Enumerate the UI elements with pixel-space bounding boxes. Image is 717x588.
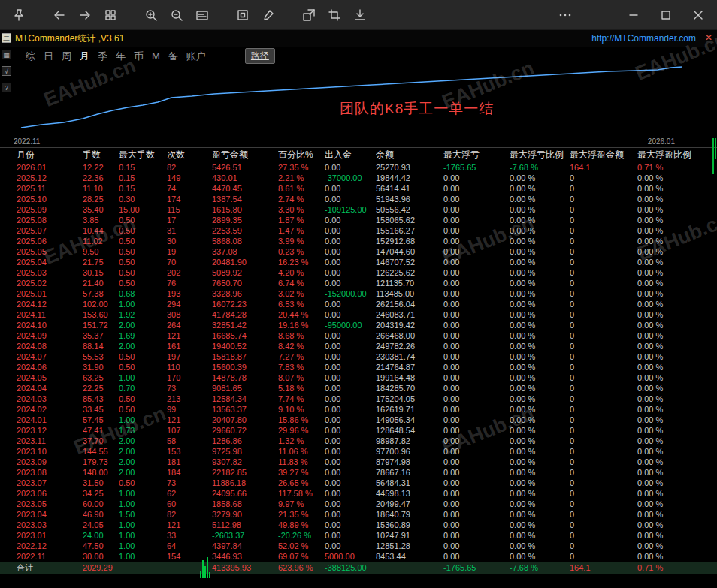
table-cell: 26.65 % xyxy=(278,478,325,488)
table-row[interactable]: 2025.0935.4015.001151615.803.30 %-109125… xyxy=(0,204,717,215)
tab-周[interactable]: 周 xyxy=(62,50,71,63)
frame-icon[interactable] xyxy=(230,4,256,26)
table-cell: 0.15 xyxy=(119,162,167,173)
apps-grid-icon[interactable] xyxy=(98,4,123,26)
more-icon[interactable] xyxy=(552,4,578,26)
table-row[interactable]: 2025.0221.400.50767650.706.74 %0.0012113… xyxy=(0,278,717,288)
table-row[interactable]: 2022.1130.001.001543446.9369.07 %5000.00… xyxy=(0,551,717,562)
table-row[interactable]: 2024.0888.142.0016119400.528.42 %0.00249… xyxy=(0,341,717,351)
tab-日[interactable]: 日 xyxy=(44,50,53,63)
table-row[interactable]: 2022.1247.501.00644397.8452.02 %0.001285… xyxy=(0,541,717,551)
table-row[interactable]: 2023.0560.001.00601858.689.97 %0.0020499… xyxy=(0,499,717,509)
table-cell: 27.35 % xyxy=(278,162,325,173)
pin-icon[interactable] xyxy=(6,4,32,26)
table-row[interactable]: 2025.0330.150.502025089.924.20 %0.001262… xyxy=(0,267,717,278)
column-header[interactable]: 最大浮盈金额 xyxy=(570,149,637,161)
column-header[interactable]: 最大浮盈比例 xyxy=(637,149,717,161)
table-row[interactable]: 2023.0634.251.006224095.66117.58 %0.0044… xyxy=(0,488,717,499)
tab-季[interactable]: 季 xyxy=(98,50,107,63)
tab-年[interactable]: 年 xyxy=(116,50,126,63)
strip-check-icon[interactable]: √ xyxy=(2,66,11,76)
table-row[interactable]: 2025.0157.380.681933328.963.02 %-152000.… xyxy=(0,288,717,299)
column-header[interactable]: 百分比% xyxy=(278,149,325,161)
table-row[interactable]: 2023.0446.901.50823279.9021.35 %0.001864… xyxy=(0,509,717,520)
table-row[interactable]: 2024.0755.530.5019715818.877.27 %0.00230… xyxy=(0,351,717,362)
table-row[interactable]: 2024.12102.001.0029416072.236.53 %0.0026… xyxy=(0,299,717,309)
table-row[interactable]: 2026.0112.220.15825426.5127.35 %0.002527… xyxy=(0,162,717,173)
tab-账户[interactable]: 账户 xyxy=(186,50,206,63)
column-header[interactable]: 手数 xyxy=(83,149,119,161)
edit-icon[interactable] xyxy=(256,4,281,26)
vendor-url-link[interactable]: http://MTCommander.com xyxy=(591,33,717,44)
table-cell: 28.25 xyxy=(83,194,119,204)
table-cell: 2025.03 xyxy=(17,267,83,278)
table-row[interactable]: 2025.059.500.5019337.080.23 %0.00147044.… xyxy=(0,246,717,257)
table-cell: 0.00 xyxy=(443,457,510,467)
table-row[interactable]: 2024.10151.722.0026432851.4219.16 %-9500… xyxy=(0,320,717,330)
window-export-icon[interactable] xyxy=(296,4,322,26)
column-header[interactable]: 盈亏金额 xyxy=(212,149,278,161)
table-cell: 16072.23 xyxy=(212,299,278,309)
table-row[interactable]: 2025.1111.100.15744470.458.61 %0.0056414… xyxy=(0,183,717,194)
table-cell: 2025.09 xyxy=(17,204,83,215)
column-header[interactable]: 次数 xyxy=(167,149,212,161)
column-header[interactable]: 最大浮亏比例 xyxy=(510,149,570,161)
table-cell: 0 xyxy=(570,341,637,351)
table-row[interactable]: 2023.10144.552.001539725.9811.06 %0.0097… xyxy=(0,446,717,457)
table-row[interactable]: 2024.0631.900.5011015600.397.83 %0.00214… xyxy=(0,362,717,372)
table-row[interactable]: 2024.0233.450.509913563.379.10 %0.001626… xyxy=(0,404,717,415)
table-row[interactable]: 2024.0157.451.0012120407.8015.86 %0.0014… xyxy=(0,415,717,425)
zoom-in-icon[interactable] xyxy=(138,4,164,26)
table-row[interactable]: 2025.0421.750.507020481.9016.23 %0.00146… xyxy=(0,257,717,267)
table-row[interactable]: 2023.1137.702.00581286.861.32 %0.0098987… xyxy=(0,436,717,446)
minimize-icon[interactable] xyxy=(621,4,646,26)
table-row[interactable]: 2024.0935.371.6912116685.748.68 %0.00266… xyxy=(0,330,717,341)
forward-icon[interactable] xyxy=(72,4,98,26)
table-row[interactable]: 2023.09179.732.001819307.8211.83 %0.0087… xyxy=(0,457,717,467)
table-row[interactable]: 2024.0385.430.5021312584.347.74 %0.00175… xyxy=(0,394,717,404)
crop-icon[interactable] xyxy=(322,4,347,26)
table-row[interactable]: 2024.11153.601.9230841784.2820.44 %0.002… xyxy=(0,309,717,320)
indicator-close-icon[interactable]: ✕ xyxy=(705,32,712,43)
column-header[interactable]: 最大浮亏 xyxy=(443,149,510,161)
image-card-icon[interactable] xyxy=(189,4,215,26)
table-row[interactable]: 2025.1222.360.15149430.012.21 %-37000.00… xyxy=(0,173,717,183)
table-row[interactable]: 2024.0563.251.0017014878.788.07 %0.00199… xyxy=(0,372,717,383)
table-cell: 0.00 % xyxy=(510,541,570,551)
close-icon[interactable] xyxy=(685,4,711,26)
table-row[interactable]: 2025.1028.250.301741387.542.74 %0.005194… xyxy=(0,194,717,204)
table-cell: 52.02 % xyxy=(278,541,325,551)
path-button[interactable]: 路径 xyxy=(245,48,275,64)
table-row[interactable]: 2023.0731.500.507311886.1826.65 %0.00564… xyxy=(0,478,717,488)
equity-chart[interactable]: 团队的K8手工一单一结 2022.11 2026.01 xyxy=(0,65,717,148)
strip-panel-icon[interactable]: 二 xyxy=(2,33,11,43)
table-row[interactable]: 2025.0710.440.50312253.591.47 %0.0015516… xyxy=(0,225,717,236)
column-header[interactable]: 出入金 xyxy=(325,149,376,161)
column-header[interactable]: 月份 xyxy=(17,149,83,161)
table-row[interactable]: 2023.0124.001.0033-2603.37-20.26 %0.0010… xyxy=(0,530,717,541)
tab-备[interactable]: 备 xyxy=(168,50,178,63)
table-cell: 0.00 % xyxy=(510,520,570,530)
column-header[interactable]: 余额 xyxy=(376,149,443,161)
table-row[interactable]: 2024.0422.250.70739081.655.18 %0.0018428… xyxy=(0,383,717,394)
download-icon[interactable] xyxy=(347,4,373,26)
tab-M[interactable]: M xyxy=(152,50,160,62)
column-header[interactable]: 最大手数 xyxy=(119,149,167,161)
table-cell: 0.00 % xyxy=(510,267,570,278)
table-row[interactable]: 2023.1247.411.7310729660.7229.96 %0.0012… xyxy=(0,425,717,436)
volume-bars-bottom xyxy=(200,557,210,578)
zoom-out-icon[interactable] xyxy=(164,4,189,26)
tab-综[interactable]: 综 xyxy=(26,50,35,63)
tab-币[interactable]: 币 xyxy=(134,50,144,63)
table-row[interactable]: 2023.08148.002.0018422182.8539.27 %0.007… xyxy=(0,467,717,478)
back-icon[interactable] xyxy=(47,4,72,26)
tab-月[interactable]: 月 xyxy=(80,50,89,63)
strip-grid-icon[interactable]: ▦ xyxy=(2,50,11,59)
table-row[interactable]: 2023.0324.051.001215112.9849.89 %0.00153… xyxy=(0,520,717,530)
strip-help-icon[interactable]: ? xyxy=(2,83,11,92)
table-cell: 249782.26 xyxy=(376,341,443,351)
table-row[interactable]: 2025.083.850.50172899.351.87 %0.00158065… xyxy=(0,215,717,225)
table-cell: 0.00 % xyxy=(637,530,717,541)
maximize-icon[interactable] xyxy=(653,4,679,26)
table-row[interactable]: 2025.0611.020.50305868.083.99 %0.0015291… xyxy=(0,236,717,246)
